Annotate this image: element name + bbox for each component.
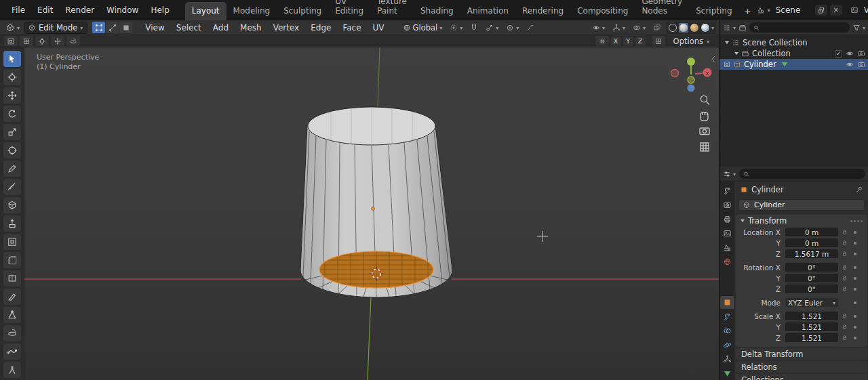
snap-toggle[interactable] [467, 22, 481, 33]
proportional-edit-toggle[interactable] [503, 22, 521, 34]
navigation-gizmo[interactable]: x [671, 58, 712, 92]
tab-scene-properties[interactable] [720, 241, 734, 254]
tab-physics-properties[interactable] [720, 339, 734, 352]
mode-dropdown[interactable]: Edit Mode [24, 22, 87, 34]
visibility-dropdown[interactable] [589, 22, 608, 34]
tool-bevel[interactable] [3, 252, 21, 268]
shading-rendered-button[interactable] [701, 23, 710, 33]
tool-annotate[interactable] [3, 161, 21, 177]
tab-uv-editing[interactable]: UV Editing [328, 0, 370, 20]
shading-options-chevron[interactable] [711, 23, 714, 33]
decorator-dot[interactable] [854, 288, 856, 291]
outliner-filter-button[interactable] [852, 23, 865, 33]
mirror-y-toggle[interactable]: Y [623, 37, 633, 46]
tool-cursor[interactable] [3, 69, 21, 85]
lock-icon[interactable] [842, 229, 848, 235]
unlink-scene-button[interactable]: × [830, 5, 842, 16]
tab-world-properties[interactable] [720, 255, 734, 268]
tab-shading[interactable]: Shading [414, 2, 460, 20]
tool-rip-region[interactable] [3, 362, 21, 378]
section-relations[interactable]: Relations [736, 361, 867, 373]
tool-select-box[interactable] [3, 51, 21, 67]
object-name-field[interactable]: Cylinder [738, 199, 865, 211]
menu-edit[interactable]: Edit [31, 3, 59, 17]
panel-grip-icon[interactable] [850, 220, 863, 222]
editor-type-button[interactable] [3, 22, 22, 34]
location-z-field[interactable]: 1.5617 m [785, 249, 838, 258]
location-x-field[interactable]: 0 m [785, 228, 838, 236]
hide-eye-icon[interactable] [846, 49, 854, 58]
camera-view-button[interactable] [700, 128, 709, 135]
lock-icon[interactable] [842, 286, 848, 292]
disable-render-icon[interactable] [857, 60, 865, 68]
snap-target-dropdown[interactable] [483, 22, 501, 34]
edge-select-button[interactable] [106, 22, 119, 33]
collection-checkbox[interactable] [835, 50, 842, 58]
shading-material-button[interactable] [690, 23, 699, 33]
tab-layout[interactable]: Layout [185, 2, 226, 20]
tab-texture-paint[interactable]: Texture Paint [370, 0, 414, 20]
tab-particle-properties[interactable] [720, 324, 734, 337]
decorator-dot[interactable] [854, 337, 856, 339]
decorator-dot[interactable] [854, 301, 856, 304]
tab-sculpting[interactable]: Sculpting [277, 2, 328, 20]
scale-z-field[interactable]: 1.521 [785, 333, 838, 342]
tool-settings-toggle-1[interactable] [4, 36, 18, 46]
tab-render-properties[interactable] [720, 198, 734, 211]
outliner-display-mode-button[interactable] [738, 24, 747, 32]
menu-help[interactable]: Help [144, 3, 175, 17]
vertex-select-button[interactable] [92, 22, 105, 33]
viewport-3d[interactable]: x User Perspective (1) Cylinder [24, 47, 719, 380]
lock-icon[interactable] [842, 264, 848, 270]
disable-render-icon[interactable] [857, 49, 865, 58]
decorator-dot[interactable] [854, 326, 856, 329]
decorator-dot[interactable] [854, 242, 856, 245]
viewlayer-name[interactable]: ViewLayer [861, 5, 868, 15]
tab-animation[interactable]: Animation [460, 2, 515, 20]
lock-icon[interactable] [842, 335, 848, 341]
tool-spin[interactable] [3, 325, 21, 341]
tool-loop-cut[interactable] [3, 270, 21, 287]
menu-window[interactable]: Window [100, 3, 144, 17]
tab-object-properties[interactable] [720, 296, 734, 309]
outliner-search[interactable] [749, 22, 850, 33]
tool-settings-toggle-5[interactable] [66, 36, 80, 46]
tool-add-cube[interactable] [3, 197, 21, 213]
decorator-dot[interactable] [854, 231, 856, 234]
properties-search[interactable] [739, 169, 865, 179]
tab-viewlayer-properties[interactable] [720, 227, 734, 240]
tool-settings-toggle-4[interactable] [51, 36, 64, 46]
decorator-dot[interactable] [854, 315, 856, 318]
tool-knife[interactable] [3, 289, 21, 305]
tool-poly-build[interactable] [3, 307, 21, 323]
rotation-x-field[interactable]: 0° [785, 263, 838, 272]
pivot-point-dropdown[interactable] [447, 22, 465, 34]
tab-tool-properties[interactable] [720, 184, 734, 197]
decorator-dot[interactable] [854, 277, 856, 280]
decorator-dot[interactable] [854, 266, 856, 269]
decorator-dot[interactable] [854, 253, 856, 255]
ortho-grid-button[interactable] [701, 143, 709, 151]
menu-face[interactable]: Face [338, 22, 366, 34]
scale-y-field[interactable]: 1.521 [785, 322, 838, 331]
tab-output-properties[interactable] [720, 213, 734, 226]
section-delta-transform[interactable]: Delta Transform [736, 348, 867, 360]
rotation-mode-dropdown[interactable]: XYZ Euler [785, 298, 838, 307]
hide-eye-icon[interactable] [846, 60, 854, 68]
mirror-x-toggle[interactable]: X [611, 37, 621, 46]
menu-render[interactable]: Render [59, 3, 100, 17]
scene-browse-chevron[interactable] [768, 5, 770, 15]
show-overlays-dropdown[interactable] [630, 22, 648, 34]
xray-toggle[interactable] [650, 22, 664, 33]
scene-name[interactable]: Scene [773, 5, 812, 15]
menu-add[interactable]: Add [208, 22, 233, 34]
breadcrumb-object-name[interactable]: Cylinder [751, 185, 784, 194]
menu-vertex[interactable]: Vertex [269, 22, 304, 34]
outliner-search-input[interactable] [762, 23, 846, 32]
shading-solid-button[interactable] [679, 23, 688, 33]
tab-modifier-properties[interactable] [720, 310, 734, 323]
outliner-row-scene-collection[interactable]: Scene Collection [719, 37, 868, 48]
pin-icon[interactable] [855, 186, 863, 194]
properties-editor-type-button[interactable] [723, 169, 736, 179]
menu-mesh[interactable]: Mesh [235, 22, 267, 34]
